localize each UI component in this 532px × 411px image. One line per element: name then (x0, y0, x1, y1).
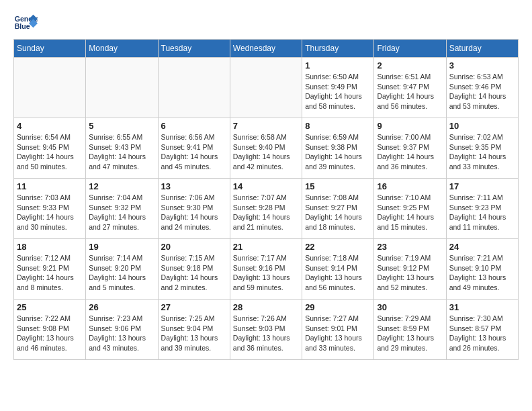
calendar-cell: 8Sunrise: 6:59 AM Sunset: 9:38 PM Daylig… (302, 118, 374, 179)
day-number: 3 (449, 60, 515, 71)
calendar-cell (14, 58, 86, 118)
weekday-header-friday: Friday (374, 40, 446, 58)
calendar-cell: 15Sunrise: 7:08 AM Sunset: 9:27 PM Dayli… (302, 179, 374, 239)
day-number: 23 (377, 242, 443, 252)
day-info: Sunrise: 7:10 AM Sunset: 9:25 PM Dayligh… (377, 193, 443, 232)
calendar-table: SundayMondayTuesdayWednesdayThursdayFrid… (13, 39, 519, 360)
day-info: Sunrise: 6:54 AM Sunset: 9:45 PM Dayligh… (17, 132, 83, 172)
calendar-cell: 6Sunrise: 6:56 AM Sunset: 9:41 PM Daylig… (158, 118, 230, 179)
weekday-header-wednesday: Wednesday (230, 40, 302, 58)
day-info: Sunrise: 6:50 AM Sunset: 9:49 PM Dayligh… (305, 72, 371, 111)
svg-text:Blue: Blue (15, 22, 30, 30)
day-info: Sunrise: 7:18 AM Sunset: 9:14 PM Dayligh… (305, 253, 371, 293)
day-number: 11 (17, 181, 83, 191)
calendar-cell: 24Sunrise: 7:21 AM Sunset: 9:10 PM Dayli… (446, 239, 518, 300)
weekday-header-tuesday: Tuesday (158, 40, 230, 58)
page-header: General Blue (13, 13, 519, 32)
day-number: 14 (233, 181, 299, 191)
day-info: Sunrise: 6:51 AM Sunset: 9:47 PM Dayligh… (377, 72, 443, 111)
calendar-cell: 20Sunrise: 7:15 AM Sunset: 9:18 PM Dayli… (158, 239, 230, 300)
day-number: 5 (89, 121, 154, 131)
day-number: 31 (449, 302, 515, 312)
day-number: 7 (233, 121, 299, 131)
day-info: Sunrise: 7:25 AM Sunset: 9:04 PM Dayligh… (161, 314, 227, 353)
day-number: 20 (161, 242, 227, 252)
calendar-cell: 13Sunrise: 7:06 AM Sunset: 9:30 PM Dayli… (158, 179, 230, 239)
day-info: Sunrise: 6:59 AM Sunset: 9:38 PM Dayligh… (305, 132, 371, 172)
calendar-cell: 3Sunrise: 6:53 AM Sunset: 9:46 PM Daylig… (446, 58, 518, 118)
day-number: 2 (377, 60, 443, 71)
day-number: 24 (449, 242, 515, 252)
logo-icon: General Blue (13, 13, 38, 32)
calendar-cell: 28Sunrise: 7:26 AM Sunset: 9:03 PM Dayli… (230, 300, 302, 360)
day-info: Sunrise: 7:22 AM Sunset: 9:08 PM Dayligh… (17, 314, 83, 353)
calendar-cell: 7Sunrise: 6:58 AM Sunset: 9:40 PM Daylig… (230, 118, 302, 179)
day-number: 18 (17, 242, 83, 252)
calendar-cell: 26Sunrise: 7:23 AM Sunset: 9:06 PM Dayli… (86, 300, 158, 360)
calendar-cell (230, 58, 302, 118)
day-info: Sunrise: 7:08 AM Sunset: 9:27 PM Dayligh… (305, 193, 371, 232)
day-info: Sunrise: 7:02 AM Sunset: 9:35 PM Dayligh… (449, 132, 515, 172)
calendar-cell: 12Sunrise: 7:04 AM Sunset: 9:32 PM Dayli… (86, 179, 158, 239)
day-info: Sunrise: 7:00 AM Sunset: 9:37 PM Dayligh… (377, 132, 443, 172)
day-info: Sunrise: 6:53 AM Sunset: 9:46 PM Dayligh… (449, 72, 515, 111)
calendar-cell: 2Sunrise: 6:51 AM Sunset: 9:47 PM Daylig… (374, 58, 446, 118)
day-info: Sunrise: 7:06 AM Sunset: 9:30 PM Dayligh… (161, 193, 227, 232)
day-info: Sunrise: 7:26 AM Sunset: 9:03 PM Dayligh… (233, 314, 299, 353)
day-number: 13 (161, 181, 227, 191)
weekday-header-monday: Monday (86, 40, 158, 58)
day-info: Sunrise: 7:21 AM Sunset: 9:10 PM Dayligh… (449, 253, 515, 293)
day-number: 17 (449, 181, 515, 191)
day-number: 28 (233, 302, 299, 312)
day-number: 19 (89, 242, 154, 252)
calendar-cell: 30Sunrise: 7:29 AM Sunset: 8:59 PM Dayli… (374, 300, 446, 360)
day-info: Sunrise: 7:23 AM Sunset: 9:06 PM Dayligh… (89, 314, 154, 353)
day-info: Sunrise: 7:03 AM Sunset: 9:33 PM Dayligh… (17, 193, 83, 232)
day-number: 9 (377, 121, 443, 131)
day-number: 29 (305, 302, 371, 312)
day-number: 6 (161, 121, 227, 131)
calendar-cell: 10Sunrise: 7:02 AM Sunset: 9:35 PM Dayli… (446, 118, 518, 179)
day-info: Sunrise: 7:12 AM Sunset: 9:21 PM Dayligh… (17, 253, 83, 293)
day-number: 21 (233, 242, 299, 252)
day-info: Sunrise: 7:29 AM Sunset: 8:59 PM Dayligh… (377, 314, 443, 353)
day-info: Sunrise: 6:55 AM Sunset: 9:43 PM Dayligh… (89, 132, 154, 172)
day-info: Sunrise: 6:58 AM Sunset: 9:40 PM Dayligh… (233, 132, 299, 172)
day-number: 4 (17, 121, 83, 131)
calendar-cell: 19Sunrise: 7:14 AM Sunset: 9:20 PM Dayli… (86, 239, 158, 300)
day-number: 25 (17, 302, 83, 312)
weekday-header-sunday: Sunday (14, 40, 86, 58)
day-info: Sunrise: 7:07 AM Sunset: 9:28 PM Dayligh… (233, 193, 299, 232)
calendar-cell: 16Sunrise: 7:10 AM Sunset: 9:25 PM Dayli… (374, 179, 446, 239)
calendar-cell: 29Sunrise: 7:27 AM Sunset: 9:01 PM Dayli… (302, 300, 374, 360)
day-info: Sunrise: 7:11 AM Sunset: 9:23 PM Dayligh… (449, 193, 515, 232)
calendar-cell (86, 58, 158, 118)
calendar-cell: 17Sunrise: 7:11 AM Sunset: 9:23 PM Dayli… (446, 179, 518, 239)
weekday-header-thursday: Thursday (302, 40, 374, 58)
calendar-cell: 1Sunrise: 6:50 AM Sunset: 9:49 PM Daylig… (302, 58, 374, 118)
calendar-cell: 18Sunrise: 7:12 AM Sunset: 9:21 PM Dayli… (14, 239, 86, 300)
day-number: 12 (89, 181, 154, 191)
logo: General Blue (13, 13, 38, 32)
calendar-cell (158, 58, 230, 118)
calendar-cell: 25Sunrise: 7:22 AM Sunset: 9:08 PM Dayli… (14, 300, 86, 360)
calendar-cell: 21Sunrise: 7:17 AM Sunset: 9:16 PM Dayli… (230, 239, 302, 300)
calendar-cell: 4Sunrise: 6:54 AM Sunset: 9:45 PM Daylig… (14, 118, 86, 179)
day-number: 15 (305, 181, 371, 191)
day-info: Sunrise: 7:14 AM Sunset: 9:20 PM Dayligh… (89, 253, 154, 293)
day-number: 30 (377, 302, 443, 312)
calendar-cell: 31Sunrise: 7:30 AM Sunset: 8:57 PM Dayli… (446, 300, 518, 360)
day-info: Sunrise: 7:30 AM Sunset: 8:57 PM Dayligh… (449, 314, 515, 353)
day-number: 1 (305, 60, 371, 71)
day-number: 27 (161, 302, 227, 312)
day-number: 26 (89, 302, 154, 312)
calendar-cell: 5Sunrise: 6:55 AM Sunset: 9:43 PM Daylig… (86, 118, 158, 179)
day-number: 8 (305, 121, 371, 131)
day-number: 22 (305, 242, 371, 252)
day-info: Sunrise: 7:17 AM Sunset: 9:16 PM Dayligh… (233, 253, 299, 293)
day-info: Sunrise: 7:15 AM Sunset: 9:18 PM Dayligh… (161, 253, 227, 293)
calendar-cell: 9Sunrise: 7:00 AM Sunset: 9:37 PM Daylig… (374, 118, 446, 179)
calendar-cell: 22Sunrise: 7:18 AM Sunset: 9:14 PM Dayli… (302, 239, 374, 300)
day-number: 16 (377, 181, 443, 191)
day-info: Sunrise: 7:04 AM Sunset: 9:32 PM Dayligh… (89, 193, 154, 232)
